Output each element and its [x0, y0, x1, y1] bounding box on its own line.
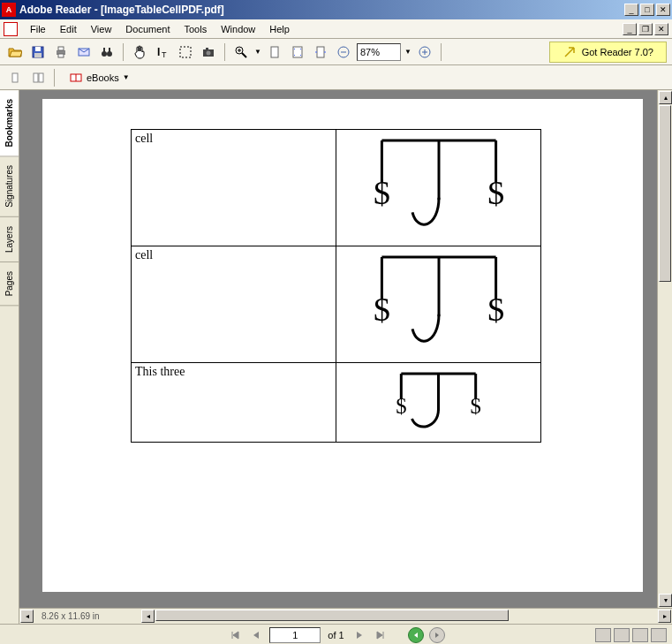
tab-pages[interactable]: Pages [0, 262, 19, 306]
doc-minimize-button[interactable]: _ [623, 23, 637, 35]
zoom-out-button[interactable] [334, 42, 353, 62]
svg-text:$: $ [471, 394, 481, 418]
menubar: File Edit View Document Tools Window Hel… [0, 19, 672, 39]
page-multi-button[interactable] [28, 68, 48, 87]
zoom-in-button[interactable] [231, 42, 251, 62]
menu-document[interactable]: Document [118, 22, 177, 36]
svg-rect-4 [58, 47, 64, 50]
table-cell-text: cell [132, 130, 336, 246]
menu-edit[interactable]: Edit [53, 22, 84, 36]
single-page-view[interactable] [595, 628, 611, 642]
svg-rect-21 [271, 47, 278, 57]
statusbar: of 1 [0, 624, 672, 644]
next-icon [354, 630, 365, 640]
page-size-label: 8.26 x 11.69 in [34, 611, 140, 621]
page-single-button[interactable] [5, 68, 25, 87]
zoom-plus-button[interactable] [415, 42, 434, 62]
snapshot-button[interactable] [199, 42, 218, 62]
print-button[interactable] [51, 42, 71, 62]
svg-text:$: $ [487, 174, 504, 211]
hand-tool-button[interactable] [130, 42, 149, 62]
logo-image: $ $ [364, 252, 514, 356]
tab-bookmarks[interactable]: Bookmarks [0, 90, 19, 156]
got-reader-banner[interactable]: Got Reader 7.0? [549, 42, 667, 63]
continuous-view[interactable] [614, 628, 630, 642]
menu-help[interactable]: Help [262, 22, 297, 36]
tab-layers[interactable]: Layers [0, 217, 19, 262]
menu-tools[interactable]: Tools [177, 22, 215, 36]
scroll-left-button[interactable]: ◂ [141, 610, 155, 623]
scroll-left-small[interactable]: ◂ [20, 610, 34, 623]
arrow-icon [563, 45, 577, 59]
svg-point-15 [207, 50, 211, 55]
svg-text:$: $ [396, 394, 406, 418]
main-area: Bookmarks Signatures Layers Pages cell $… [0, 90, 672, 624]
svg-text:I: I [157, 46, 160, 58]
page-number-input[interactable] [269, 627, 321, 643]
doc-restore-button[interactable]: ❐ [638, 23, 653, 35]
actual-size-button[interactable] [265, 42, 284, 62]
chevron-down-icon: ▼ [123, 73, 130, 81]
forward-view-button[interactable] [429, 627, 445, 643]
table-cell-text: cell [132, 246, 336, 363]
save-button[interactable] [28, 42, 48, 62]
continuous-facing-view[interactable] [651, 628, 667, 642]
scroll-thumb-horizontal[interactable] [155, 610, 509, 621]
main-toolbar: IT ▼ ▼ Got Reader 7.0? [0, 39, 672, 65]
tab-signatures[interactable]: Signatures [0, 156, 19, 217]
table-cell-image: $ $ [336, 246, 541, 363]
menu-file[interactable]: File [23, 22, 53, 36]
svg-rect-5 [58, 54, 64, 57]
facing-view[interactable] [632, 628, 648, 642]
zoom-in-icon [234, 45, 248, 59]
svg-text:$: $ [373, 174, 389, 211]
scroll-right-button[interactable]: ▸ [658, 610, 671, 623]
last-page-button[interactable] [373, 627, 389, 643]
svg-rect-1 [35, 47, 41, 51]
side-tabs: Bookmarks Signatures Layers Pages [0, 90, 19, 624]
close-button[interactable]: ✕ [656, 4, 670, 16]
scroll-thumb-vertical[interactable] [659, 105, 671, 282]
svg-text:$: $ [487, 291, 504, 328]
scroll-up-button[interactable]: ▴ [659, 91, 672, 104]
first-page-button[interactable] [227, 627, 243, 643]
svg-rect-23 [317, 47, 324, 57]
ebooks-label: eBooks [87, 72, 119, 83]
minimize-button[interactable]: _ [624, 4, 638, 16]
search-button[interactable] [97, 42, 117, 62]
zoom-value-dropdown[interactable]: ▼ [404, 48, 412, 56]
zoom-input[interactable] [357, 43, 401, 61]
open-button[interactable] [5, 42, 25, 62]
scroll-down-button[interactable]: ▾ [659, 594, 672, 607]
svg-rect-29 [12, 73, 18, 82]
next-page-button[interactable] [351, 627, 367, 643]
table-cell-image: $ $ [336, 363, 541, 443]
menu-window[interactable]: Window [214, 22, 262, 36]
single-page-icon [8, 71, 22, 85]
ebooks-button[interactable]: eBooks ▼ [61, 68, 138, 87]
select-button[interactable] [176, 42, 195, 62]
email-button[interactable] [74, 42, 94, 62]
fit-width-icon [313, 45, 328, 59]
maximize-button[interactable]: □ [640, 4, 654, 16]
zoom-dropdown[interactable]: ▼ [254, 48, 261, 56]
vertical-scrollbar[interactable]: ▴ ▾ [657, 90, 672, 608]
svg-line-18 [242, 53, 246, 57]
floppy-icon [31, 45, 45, 59]
folder-open-icon [8, 45, 22, 59]
svg-rect-30 [34, 73, 38, 82]
prev-icon [251, 630, 261, 640]
table-cell-text: This three [132, 363, 336, 443]
fit-width-button[interactable] [311, 42, 330, 62]
back-view-button[interactable] [408, 627, 424, 643]
prev-page-button[interactable] [248, 627, 264, 643]
document-table: cell $ $ cell $ $ This three $ $ [131, 129, 541, 443]
fit-page-button[interactable] [288, 42, 307, 62]
got-reader-label: Got Reader 7.0? [582, 47, 653, 57]
svg-rect-31 [39, 73, 43, 82]
menu-view[interactable]: View [84, 22, 119, 36]
doc-close-button[interactable]: ✕ [654, 23, 668, 35]
secondary-toolbar: eBooks ▼ [0, 65, 672, 90]
text-select-button[interactable]: IT [153, 42, 172, 62]
arrow-right-icon [433, 631, 442, 640]
